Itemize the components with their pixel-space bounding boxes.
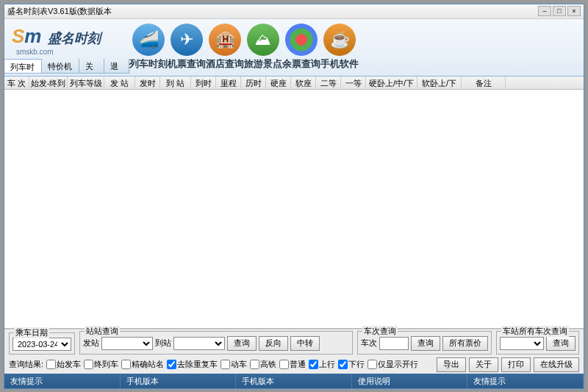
- app-tabs: 列车时刻特价机票关于退出: [4, 59, 129, 74]
- status-cell[interactable]: 手机版本: [121, 374, 237, 388]
- station-all-fieldset: 车站所有车次查询 查询: [496, 331, 579, 354]
- table-header: 车 次始发-终到列车等级发 站发时到 站到时里程历时硬座软座二等一等硬卧上/中/…: [4, 76, 584, 90]
- station-all-query-button[interactable]: 查询: [546, 336, 576, 351]
- window-title: 盛名时刻表V3.61版(数据版本: [7, 6, 537, 17]
- tab-列车时刻[interactable]: 列车时刻: [4, 59, 42, 73]
- col-header[interactable]: 历时: [241, 76, 266, 89]
- filter-动车[interactable]: 动车: [220, 359, 247, 370]
- 手机软件-icon: ☕: [323, 24, 356, 56]
- header: Sm 盛名时刻 smskb.com 列车时刻特价机票关于退出 🚄 列车时刻 ✈ …: [4, 19, 584, 76]
- col-header[interactable]: 一等: [341, 76, 366, 89]
- train-query-button[interactable]: 查询: [411, 336, 440, 351]
- col-header[interactable]: 备注: [462, 76, 506, 89]
- status-cell[interactable]: 手机版本: [236, 374, 352, 388]
- col-header[interactable]: 发时: [135, 76, 160, 89]
- app-window: 盛名时刻表V3.61版(数据版本 – □ × Sm 盛名时刻 smskb.com…: [4, 4, 584, 389]
- titlebar: 盛名时刻表V3.61版(数据版本 – □ ×: [4, 4, 584, 19]
- 旅游景点-icon: ⛰: [247, 24, 279, 56]
- filter-row: 查询结果: 始发车 终到车 精确站名 去除重复车 动车 高铁 普通 上行 下行 …: [9, 357, 579, 372]
- filter-终到车[interactable]: 终到车: [84, 359, 118, 370]
- reverse-button[interactable]: 反向: [259, 336, 288, 351]
- filter-普通[interactable]: 普通: [279, 359, 306, 370]
- nav-余票查询[interactable]: 余票查询: [282, 24, 320, 71]
- col-header[interactable]: 软卧上/下: [417, 76, 462, 89]
- station-all-select[interactable]: [500, 337, 544, 350]
- tab-关于[interactable]: 关于: [79, 59, 104, 73]
- filter-上行[interactable]: 上行: [309, 359, 335, 370]
- minimize-button[interactable]: –: [538, 6, 551, 16]
- statusbar: 友情提示手机版本手机版本使用说明友情提示: [4, 374, 584, 388]
- logo-url: smskb.com: [16, 48, 122, 56]
- 酒店查询-icon: 🏨: [209, 24, 241, 56]
- station-fieldset: 站站查询 发站 到站 查询 反向 中转: [79, 331, 353, 354]
- status-cell[interactable]: 友情提示: [4, 374, 121, 388]
- controls-panel: 乘车日期 2023-03-24 站站查询 发站 到站 查询 反向 中转 车次: [4, 329, 584, 374]
- 机票查询-icon: ✈: [171, 24, 203, 56]
- status-cell[interactable]: 友情提示: [467, 374, 584, 388]
- 余票查询-icon: [285, 24, 318, 56]
- results-grid[interactable]: [4, 90, 584, 329]
- train-input[interactable]: [379, 337, 409, 350]
- col-header[interactable]: 到 站: [160, 76, 191, 89]
- logo-text: 盛名时刻: [48, 29, 101, 47]
- col-header[interactable]: 硬座: [266, 76, 291, 89]
- 列车时刻-icon: 🚄: [132, 24, 165, 56]
- filter-始发车[interactable]: 始发车: [46, 359, 81, 370]
- col-header[interactable]: 始发-终到: [29, 76, 68, 89]
- nav-机票查询[interactable]: ✈ 机票查询: [168, 24, 206, 71]
- col-header[interactable]: 到时: [191, 76, 216, 89]
- filter-高铁[interactable]: 高铁: [250, 359, 276, 370]
- date-select[interactable]: 2023-03-24: [12, 338, 71, 351]
- nav-手机软件[interactable]: ☕ 手机软件: [320, 24, 359, 71]
- logo: Sm 盛名时刻 smskb.com 列车时刻特价机票关于退出: [4, 21, 129, 74]
- 关于-button[interactable]: 关于: [469, 357, 498, 372]
- result-label: 查询结果:: [9, 359, 43, 370]
- col-header[interactable]: 软座: [291, 76, 316, 89]
- maximize-button[interactable]: □: [553, 6, 566, 16]
- status-cell[interactable]: 使用说明: [352, 374, 468, 388]
- to-station-select[interactable]: [173, 337, 225, 350]
- train-fieldset: 车次查询 车次 查询 所有票价: [357, 331, 492, 354]
- col-header[interactable]: 硬卧上/中/下: [366, 76, 417, 89]
- col-header[interactable]: 里程: [216, 76, 241, 89]
- nav-酒店查询[interactable]: 🏨 酒店查询: [206, 24, 244, 71]
- filter-去除重复车[interactable]: 去除重复车: [167, 359, 218, 370]
- station-query-button[interactable]: 查询: [227, 336, 257, 351]
- transfer-button[interactable]: 中转: [290, 336, 320, 351]
- col-header[interactable]: 列车等级: [68, 76, 104, 89]
- tab-退出[interactable]: 退出: [104, 59, 129, 73]
- 导出-button[interactable]: 导出: [437, 357, 466, 372]
- 在线升级-button[interactable]: 在线升级: [534, 357, 579, 372]
- col-header[interactable]: 二等: [316, 76, 341, 89]
- filter-仅显示开行[interactable]: 仅显示开行: [368, 359, 418, 370]
- col-header[interactable]: 发 站: [104, 76, 135, 89]
- filter-下行[interactable]: 下行: [338, 359, 365, 370]
- all-price-button[interactable]: 所有票价: [442, 336, 488, 351]
- nav-列车时刻[interactable]: 🚄 列车时刻: [129, 24, 168, 71]
- filter-精确站名[interactable]: 精确站名: [121, 359, 164, 370]
- col-header[interactable]: 车 次: [4, 76, 29, 89]
- date-fieldset: 乘车日期 2023-03-24: [9, 332, 75, 354]
- close-button[interactable]: ×: [567, 6, 581, 16]
- tab-特价机票[interactable]: 特价机票: [42, 59, 79, 73]
- nav-旅游景点[interactable]: ⛰ 旅游景点: [244, 24, 282, 71]
- 打印-button[interactable]: 打印: [501, 357, 531, 372]
- from-station-select[interactable]: [101, 337, 153, 350]
